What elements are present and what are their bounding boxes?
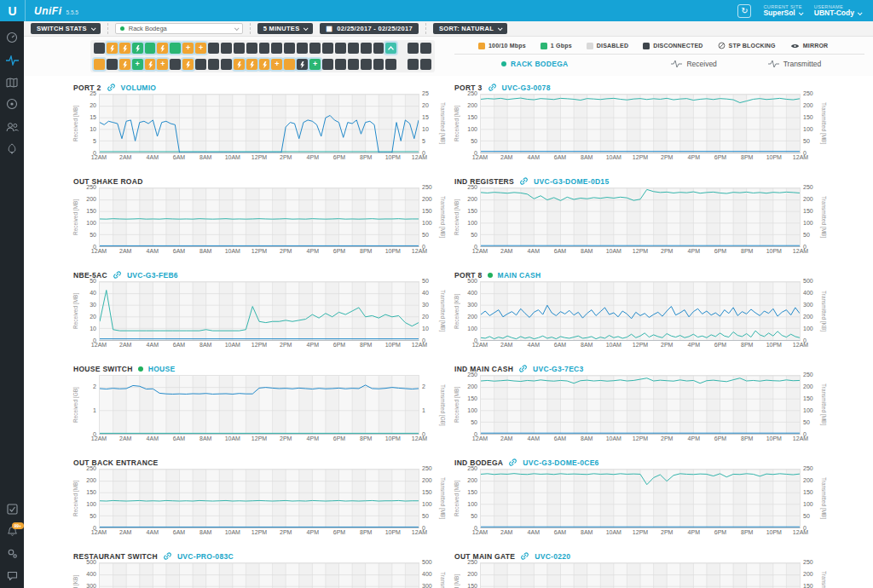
- port-square[interactable]: [259, 59, 270, 70]
- port-square[interactable]: [221, 59, 232, 70]
- switch-stats-dropdown[interactable]: SWITCH STATS: [31, 23, 101, 34]
- port-square[interactable]: [234, 43, 245, 54]
- port-square[interactable]: [182, 59, 194, 70]
- device-link[interactable]: MAIN CASH: [498, 271, 541, 280]
- port-square[interactable]: [284, 43, 295, 54]
- sidebar-item-insights[interactable]: [0, 139, 24, 161]
- port-square[interactable]: [107, 59, 118, 70]
- port-square[interactable]: [284, 59, 295, 70]
- sidebar-item-settings[interactable]: [0, 544, 24, 566]
- port-square[interactable]: [361, 59, 372, 70]
- chart-plot[interactable]: [99, 469, 419, 528]
- device-link[interactable]: UVC-G3-FEB6: [127, 271, 178, 280]
- port-square[interactable]: [170, 43, 181, 54]
- port-square[interactable]: [385, 43, 396, 54]
- received-legend[interactable]: Received: [671, 60, 767, 68]
- port-square[interactable]: [335, 43, 346, 54]
- port-square[interactable]: [259, 43, 270, 54]
- chart-plot[interactable]: [99, 187, 419, 247]
- ubiquiti-logo[interactable]: U: [0, 0, 26, 21]
- sidebar-item-map[interactable]: [0, 72, 24, 95]
- device-select[interactable]: Rack Bodega: [115, 23, 243, 34]
- port-square[interactable]: [157, 43, 168, 54]
- device-link[interactable]: UVC-G3-7EC3: [533, 365, 584, 373]
- legend-item: 100/10 Mbps: [478, 43, 526, 49]
- sidebar-item-statistics[interactable]: [0, 50, 24, 72]
- port-square[interactable]: +: [309, 59, 321, 70]
- port-square[interactable]: [94, 43, 105, 54]
- interval-dropdown[interactable]: 5 MINUTES: [257, 23, 314, 34]
- port-square[interactable]: +: [271, 59, 282, 70]
- device-link[interactable]: UVC-0220: [535, 552, 570, 561]
- current-site-selector[interactable]: CURRENT SITE SuperSol: [763, 4, 801, 17]
- port-square[interactable]: [195, 59, 206, 70]
- port-square[interactable]: [348, 43, 359, 54]
- port-square[interactable]: [335, 59, 346, 70]
- port-square[interactable]: [348, 59, 359, 70]
- port-square[interactable]: [132, 43, 143, 54]
- chart-plot[interactable]: [99, 281, 419, 341]
- chart-plot[interactable]: [480, 187, 801, 247]
- date-range-picker[interactable]: ▦ 02/25/2017 - 02/25/2017: [320, 23, 419, 34]
- port-square[interactable]: [361, 43, 372, 54]
- port-square[interactable]: [246, 43, 257, 54]
- port-square[interactable]: [107, 43, 118, 54]
- port-row: ++++: [94, 59, 431, 70]
- sidebar-item-events[interactable]: [0, 499, 24, 522]
- port-square[interactable]: +: [132, 59, 143, 70]
- device-link[interactable]: VOLUMIO: [121, 84, 157, 92]
- chart-plot[interactable]: [480, 375, 801, 435]
- device-link[interactable]: UVC-G3-0078: [502, 84, 551, 92]
- port-square[interactable]: [408, 59, 419, 70]
- device-link[interactable]: UVC-PRO-083C: [177, 552, 234, 561]
- chart-plot[interactable]: [480, 562, 801, 588]
- chart-plot[interactable]: [99, 562, 419, 588]
- chart-plot[interactable]: [480, 281, 801, 341]
- port-square[interactable]: [297, 59, 308, 70]
- port-square[interactable]: [408, 43, 419, 54]
- refresh-icon[interactable]: ↻: [737, 4, 751, 18]
- port-square[interactable]: [322, 43, 333, 54]
- port-square[interactable]: [271, 43, 282, 54]
- port-square[interactable]: [420, 59, 431, 70]
- port-square[interactable]: +: [195, 43, 206, 54]
- port-square[interactable]: [221, 43, 232, 54]
- sidebar-item-devices[interactable]: [0, 95, 24, 117]
- port-square[interactable]: [246, 59, 257, 70]
- port-square[interactable]: [385, 59, 396, 70]
- chart-plot[interactable]: [480, 94, 801, 153]
- username-selector[interactable]: USERNAME UBNT-Cody: [814, 4, 861, 17]
- sidebar-item-chat[interactable]: [0, 566, 24, 588]
- sort-dropdown[interactable]: SORT: NATURAL: [433, 23, 507, 34]
- y-tick-label: 50: [803, 138, 810, 144]
- device-link[interactable]: HOUSE: [148, 365, 176, 373]
- sidebar-item-clients[interactable]: [0, 117, 24, 139]
- device-link[interactable]: UVC-G3-DOME-0D15: [534, 177, 609, 186]
- chart-plot[interactable]: [480, 469, 801, 528]
- port-square[interactable]: [297, 43, 308, 54]
- port-square[interactable]: [373, 59, 384, 70]
- port-square[interactable]: [170, 59, 181, 70]
- sidebar-item-dashboard[interactable]: [0, 28, 24, 50]
- chart-plot[interactable]: [99, 375, 419, 435]
- port-square[interactable]: +: [182, 43, 194, 54]
- port-square[interactable]: [373, 43, 384, 54]
- sidebar-item-alerts[interactable]: 99+: [0, 522, 24, 544]
- port-square[interactable]: [420, 43, 431, 54]
- site-legend[interactable]: RACK BODEGA: [501, 60, 671, 68]
- port-square[interactable]: [94, 59, 105, 70]
- port-square[interactable]: [208, 43, 219, 54]
- port-square[interactable]: +: [157, 59, 168, 70]
- chart-plot[interactable]: [99, 94, 419, 153]
- port-square[interactable]: [208, 59, 219, 70]
- y-tick-label: 150: [803, 489, 813, 495]
- port-square[interactable]: [309, 43, 321, 54]
- transmitted-legend[interactable]: Transmitted: [768, 60, 864, 68]
- port-square[interactable]: [234, 59, 245, 70]
- port-square[interactable]: [119, 59, 130, 70]
- device-link[interactable]: UVC-G3-DOME-0CE6: [523, 458, 598, 467]
- port-square[interactable]: [119, 43, 130, 54]
- port-square[interactable]: [145, 59, 156, 70]
- port-square[interactable]: [322, 59, 333, 70]
- port-square[interactable]: [145, 43, 156, 54]
